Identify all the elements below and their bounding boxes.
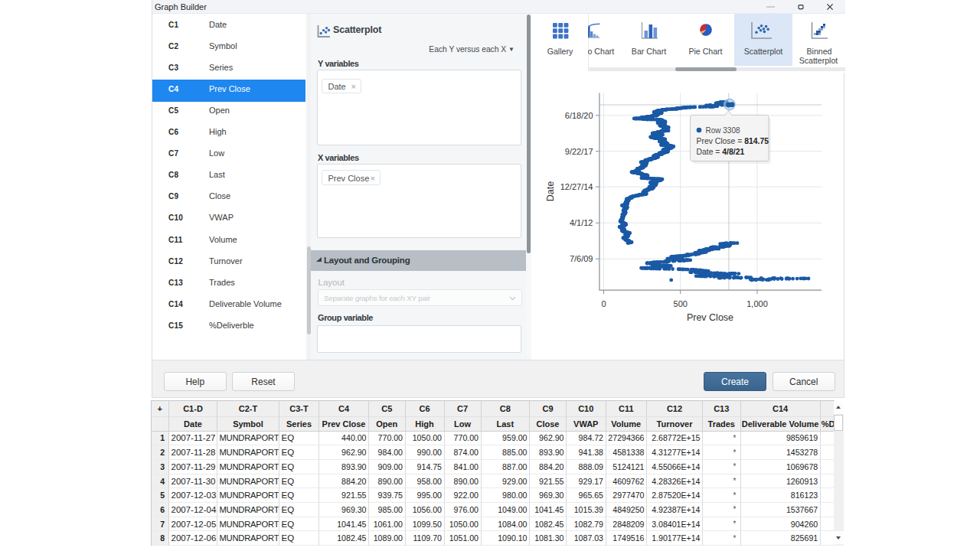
svg-text:1,000: 1,000 [746,299,768,308]
svg-text:6/18/20: 6/18/20 [565,111,593,120]
svg-text:7/6/09: 7/6/09 [570,254,593,263]
svg-text:Row 3308: Row 3308 [706,126,740,135]
svg-text:Date: Date [545,181,556,201]
svg-text:500: 500 [674,299,688,308]
svg-text:Date = 4/8/21: Date = 4/8/21 [697,148,745,156]
svg-text:4/1/12: 4/1/12 [570,218,593,227]
svg-text:0: 0 [601,299,606,308]
svg-text:Prev Close: Prev Close [687,312,733,323]
svg-text:9/22/17: 9/22/17 [565,147,593,156]
svg-text:12/27/14: 12/27/14 [560,182,593,191]
svg-text:Prev Close = 814.75: Prev Close = 814.75 [697,137,769,145]
